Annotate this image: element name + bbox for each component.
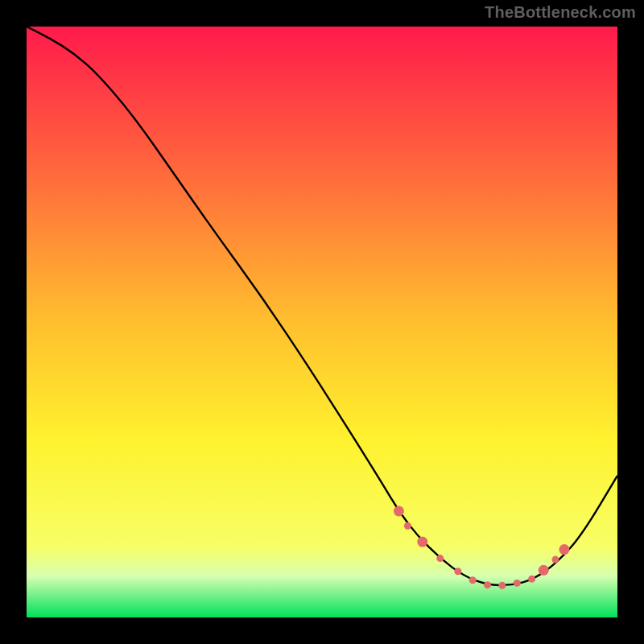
curve-marker — [514, 580, 521, 587]
curve-marker — [469, 576, 477, 584]
curve-marker — [551, 556, 559, 564]
curve-marker — [436, 555, 444, 562]
attribution-text: TheBottleneck.com — [485, 3, 636, 22]
curve-marker — [404, 522, 411, 530]
curve-marker — [498, 582, 506, 589]
curve-marker — [417, 537, 427, 547]
curve-marker — [484, 581, 491, 588]
gradient-background — [27, 27, 617, 617]
curve-marker — [559, 544, 569, 555]
curve-marker — [454, 568, 461, 575]
chart-svg — [27, 27, 617, 617]
curve-marker — [394, 506, 404, 516]
curve-marker — [528, 576, 535, 583]
chart-frame: TheBottleneck.com — [0, 0, 644, 644]
curve-marker — [539, 565, 549, 576]
plot-area — [27, 27, 617, 617]
